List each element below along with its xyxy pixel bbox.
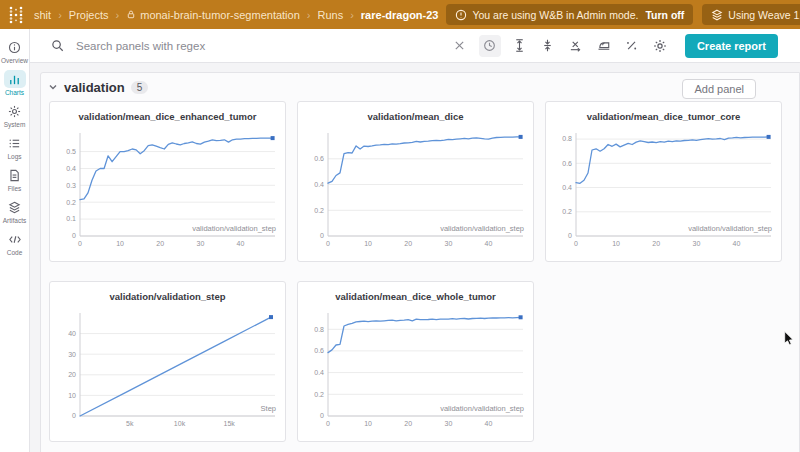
svg-text:0.6: 0.6 (314, 155, 324, 162)
svg-text:20: 20 (68, 371, 76, 378)
panel-count-badge: 5 (131, 81, 149, 94)
search-input[interactable] (74, 39, 441, 53)
svg-text:30: 30 (445, 420, 453, 427)
chart-title: validation/mean_dice (298, 102, 533, 124)
panels-toolbar: Create report (30, 29, 800, 63)
line-chart: 0102030405k10k15k (54, 308, 281, 434)
sidebar-item-label: Charts (5, 89, 24, 96)
alert-circle-icon (455, 9, 467, 21)
history-icon[interactable] (479, 35, 501, 57)
sidebar-item-code[interactable]: Code (0, 230, 30, 256)
file-icon (4, 166, 26, 184)
weave-banner[interactable]: Using Weave 1.0 Turn off (702, 4, 800, 25)
svg-text:15k: 15k (224, 420, 236, 427)
breadcrumb-separator: › (350, 9, 354, 21)
svg-text:20: 20 (404, 420, 412, 427)
search-icon (48, 37, 66, 55)
chart-title: validation/validation_step (50, 282, 285, 304)
svg-text:0: 0 (568, 232, 572, 239)
svg-text:0.4: 0.4 (314, 181, 324, 188)
clear-search-icon[interactable] (451, 37, 469, 55)
svg-text:0.2: 0.2 (562, 208, 572, 215)
svg-text:10: 10 (612, 240, 620, 247)
svg-text:20: 20 (156, 240, 164, 247)
svg-text:0: 0 (320, 232, 324, 239)
sidebar-item-label: Overview (1, 57, 28, 64)
svg-text:5k: 5k (126, 420, 134, 427)
breadcrumb-user[interactable]: shit (34, 9, 51, 21)
chart-title: validation/mean_dice_enhanced_tumor (50, 102, 285, 124)
sidebar-item-artifacts[interactable]: Artifacts (0, 198, 30, 224)
chevron-down-icon[interactable] (48, 82, 58, 92)
svg-text:0.4: 0.4 (314, 369, 324, 376)
gear-icon[interactable] (651, 37, 669, 55)
x-axis-settings-icon[interactable] (567, 37, 585, 55)
svg-text:30: 30 (445, 240, 453, 247)
line-chart: 00.20.40.6010203040 (302, 128, 529, 254)
svg-text:20: 20 (404, 240, 412, 247)
admin-banner-text: You are using W&B in Admin mode. (472, 9, 638, 21)
breadcrumb-separator: › (116, 9, 120, 21)
sidebar-item-charts[interactable]: Charts (0, 70, 30, 96)
svg-text:30: 30 (197, 240, 205, 247)
svg-text:0: 0 (320, 412, 324, 419)
chart-x-axis-label: Step (261, 404, 276, 413)
svg-text:40: 40 (485, 240, 493, 247)
section-title: validation (64, 80, 125, 95)
breadcrumb-project[interactable]: monai-brain-tumor-segmentation (140, 9, 300, 21)
line-chart: 00.20.40.60.8010203040 (550, 128, 777, 254)
svg-text:10: 10 (364, 420, 372, 427)
svg-text:10: 10 (364, 240, 372, 247)
wandb-logo-icon[interactable] (8, 6, 24, 24)
create-report-button[interactable]: Create report (685, 34, 778, 58)
collapse-panels-icon[interactable] (539, 37, 557, 55)
svg-text:0.2: 0.2 (314, 207, 324, 214)
weave-banner-text: Using Weave 1.0 (728, 9, 800, 21)
svg-text:40: 40 (237, 240, 245, 247)
smoothing-iron-icon[interactable] (595, 37, 613, 55)
breadcrumb-projects[interactable]: Projects (69, 9, 109, 21)
svg-text:0.6: 0.6 (562, 160, 572, 167)
svg-text:0.3: 0.3 (66, 182, 76, 189)
sidebar-item-label: Files (8, 185, 22, 192)
info-icon (4, 38, 26, 56)
chart-panel-validation-step[interactable]: validation/validation_step 0102030405k10… (49, 281, 286, 442)
sidebar-item-label: Artifacts (3, 217, 26, 224)
expand-panels-icon[interactable] (511, 37, 529, 55)
sidebar-item-logs[interactable]: Logs (0, 134, 30, 160)
svg-text:0: 0 (326, 420, 330, 427)
svg-text:0: 0 (326, 240, 330, 247)
add-panel-button[interactable]: Add panel (682, 79, 756, 99)
chart-panel-mean-dice[interactable]: validation/mean_dice 00.20.40.6010203040… (297, 101, 534, 262)
svg-text:0.4: 0.4 (66, 165, 76, 172)
breadcrumb-run-name[interactable]: rare-dragon-23 (361, 9, 439, 21)
sidebar-item-overview[interactable]: Overview (0, 38, 30, 64)
chart-panel-mean-dice-whole-tumor[interactable]: validation/mean_dice_whole_tumor 00.20.4… (297, 281, 534, 442)
breadcrumb-runs[interactable]: Runs (317, 9, 343, 21)
svg-text:0.6: 0.6 (314, 347, 324, 354)
navbar-right: You are using W&B in Admin mode. Turn of… (446, 4, 800, 26)
sidebar-item-files[interactable]: Files (0, 166, 30, 192)
sidebar-item-system[interactable]: System (0, 102, 30, 128)
admin-turn-off-button[interactable]: Turn off (645, 9, 684, 21)
svg-text:0.1: 0.1 (66, 215, 76, 222)
chart-x-axis-label: validation/validation_step (192, 224, 276, 233)
svg-text:0.2: 0.2 (66, 199, 76, 206)
code-icon (4, 230, 26, 248)
svg-text:10: 10 (116, 240, 124, 247)
svg-text:0: 0 (72, 232, 76, 239)
layers-icon (711, 9, 723, 21)
line-chart: 00.20.40.60.8010203040 (302, 308, 529, 434)
chart-panel-mean-dice-tumor-core[interactable]: validation/mean_dice_tumor_core 00.20.40… (545, 101, 782, 262)
svg-text:0.8: 0.8 (562, 135, 572, 142)
workspace-content: validation 5 Add panel validation/mean_d… (30, 63, 800, 452)
layers-icon (4, 198, 26, 216)
svg-text:40: 40 (68, 330, 76, 337)
chart-panel-mean-dice-enhanced-tumor[interactable]: validation/mean_dice_enhanced_tumor 00.1… (49, 101, 286, 262)
section-header: validation 5 Add panel (41, 73, 799, 101)
outliers-icon[interactable] (623, 37, 641, 55)
run-sidebar: Overview Charts System (0, 29, 30, 452)
validation-section: validation 5 Add panel validation/mean_d… (40, 72, 800, 452)
admin-mode-banner[interactable]: You are using W&B in Admin mode. Turn of… (446, 4, 693, 25)
svg-text:30: 30 (68, 351, 76, 358)
